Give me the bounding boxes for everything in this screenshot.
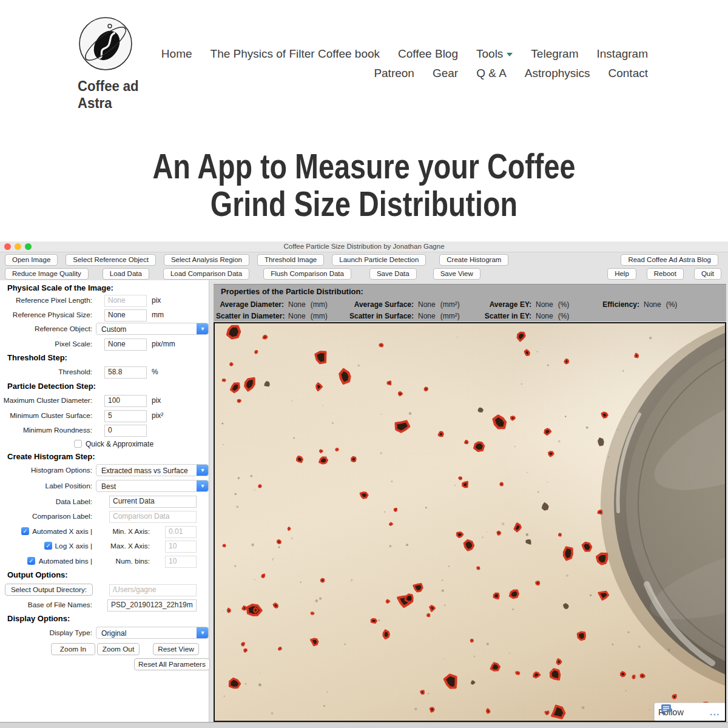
launch-particle-detection-button[interactable]: Launch Particle Detection [332,254,426,266]
flush-comparison-data-button[interactable]: Flush Comparison Data [263,268,351,280]
min-cluster-surface-unit: pix² [152,410,163,422]
nav-tools[interactable]: Tools [476,47,513,61]
base-file-names-label: Base of File Names: [0,599,92,611]
comparison-label-label: Comparison Label: [0,510,92,522]
label-position-label: Label Position: [0,480,92,492]
nav-gear[interactable]: Gear [433,67,458,80]
window-title: Coffee Particle Size Distribution by Jon… [0,241,728,252]
load-data-button[interactable]: Load Data [103,268,149,280]
reference-pixel-length-input[interactable]: None [104,295,147,307]
display-type-select[interactable]: Original ▾ [96,627,209,639]
read-blog-button[interactable]: Read Coffee Ad Astra Blog [621,254,718,266]
quick-approximate-checkbox[interactable] [74,440,82,448]
max-cluster-diameter-input[interactable]: 100 [104,395,147,407]
section-particle-detection: Particle Detection Step: [7,380,96,393]
save-view-button[interactable]: Save View [433,268,480,280]
follow-icon [659,703,673,716]
comparison-label-input[interactable]: Comparison Data [109,511,197,523]
nav-instagram[interactable]: Instagram [597,47,648,61]
scatter-ey-stat: Scatter in EY:None(%) [480,312,569,320]
quit-button[interactable]: Quit [694,268,721,280]
label-position-select[interactable]: Best ▾ [96,480,209,492]
section-threshold: Threshold Step: [7,352,67,364]
reboot-button[interactable]: Reboot [647,268,684,280]
nav-home[interactable]: Home [161,47,192,61]
select-analysis-region-button[interactable]: Select Analysis Region [164,254,249,266]
nav-astrophysics[interactable]: Astrophysics [525,67,590,80]
data-label-label: Data Label: [0,496,92,508]
reference-pixel-length-unit: pix [152,294,161,306]
control-panel: Physical Scale of the Image: Reference P… [0,280,209,722]
min-x-axis-input[interactable]: 0.01 [165,526,197,538]
nav-physics-book[interactable]: The Physics of Filter Coffee book [211,47,380,61]
reference-pixel-length-label: Reference Pixel Length: [0,294,92,306]
zoom-out-button[interactable]: Zoom Out [97,643,140,655]
max-cluster-diameter-unit: pix [152,394,161,406]
pixel-scale-unit: pix/mm [152,338,175,350]
pixel-scale-input[interactable]: None [104,339,147,351]
max-x-axis-input[interactable]: 10 [165,541,197,553]
average-surface-stat: Average Surface:None(mm²) [348,300,460,309]
nav-row-1: Home The Physics of Filter Coffee book C… [161,47,648,61]
chevron-down-icon: ▾ [197,464,209,476]
automated-bins-label: Automated bins | [0,555,92,567]
reset-all-parameters-button[interactable]: Reset All Parameters [134,658,210,670]
max-x-axis-label: Max. X Axis: [97,540,150,552]
zoom-in-button[interactable]: Zoom In [51,643,95,655]
site-title[interactable]: Coffee ad Astra [78,78,139,112]
section-display-options: Display Options: [7,613,70,625]
reset-view-button[interactable]: Reset View [153,643,199,655]
properties-title: Properties of the Particle Distribution: [221,287,363,296]
histogram-options-select[interactable]: Extracted mass vs Surface ▾ [96,464,209,476]
page-title-line-1: An App to Measure your Coffee [66,147,662,185]
average-ey-stat: Average EY:None(%) [480,300,569,309]
output-directory-input[interactable]: /Users/gagne [109,584,197,596]
follow-widget: Follow ... [654,703,726,721]
display-type-label: Display Type: [0,627,92,639]
load-comparison-data-button[interactable]: Load Comparison Data [163,268,249,280]
create-histogram-button[interactable]: Create Histogram [439,254,508,266]
threshold-input[interactable]: 58.8 [104,366,147,379]
min-roundness-label: Minimum Roundness: [0,424,92,436]
select-output-directory-button[interactable]: Select Output Directory: [5,584,93,596]
nav-contact[interactable]: Contact [608,67,648,80]
efficiency-stat: Efficiency:None(%) [591,300,677,309]
coffee-ad-astra-logo-icon[interactable] [78,16,133,72]
properties-panel: Properties of the Particle Distribution:… [214,284,726,322]
histogram-options-label: Histogram Options: [0,464,92,476]
reduce-image-quality-button[interactable]: Reduce Image Quality [5,268,89,280]
data-label-input[interactable]: Current Data [109,496,197,508]
toolbar: Open Image Select Reference Object Selec… [0,252,728,280]
num-bins-input[interactable]: 10 [165,556,197,568]
help-button[interactable]: Help [607,268,636,280]
automated-x-axis-label: Automated X axis | [0,525,92,538]
min-roundness-input[interactable]: 0 [104,425,147,437]
nav-coffee-blog[interactable]: Coffee Blog [398,47,458,61]
open-image-button[interactable]: Open Image [5,254,58,266]
nav-row-2: Patreon Gear Q & A Astrophysics Contact [374,67,648,80]
pixel-scale-label: Pixel Scale: [0,338,92,350]
reference-physical-size-input[interactable]: None [104,309,147,322]
nav-telegram[interactable]: Telegram [531,47,578,61]
scatter-surface-stat: Scatter in Surface:None(mm²) [348,312,460,320]
min-cluster-surface-input[interactable]: 5 [104,410,147,422]
nav-qa[interactable]: Q & A [476,67,507,80]
select-reference-object-button[interactable]: Select Reference Object [66,254,156,266]
app-body: Physical Scale of the Image: Reference P… [0,280,728,722]
reference-physical-size-label: Reference Physical Size: [0,309,92,321]
save-data-button[interactable]: Save Data [369,268,417,280]
num-bins-label: Num. bins: [97,555,150,567]
follow-more-button[interactable]: ... [710,709,720,715]
reference-object-label: Reference Object: [0,323,92,335]
section-output-options: Output Options: [7,569,68,581]
threshold-image-button[interactable]: Threshold Image [257,254,324,266]
app-window: Coffee Particle Size Distribution by Jon… [0,241,728,728]
nav-patreon[interactable]: Patreon [374,67,414,80]
base-file-names-input[interactable]: PSD_20190123_22h19m [107,599,197,612]
reference-object-select[interactable]: Custom ▾ [96,323,209,335]
page-title-line-2: Grind Size Distribution [66,185,662,223]
log-x-axis-label: Log X axis | [0,540,92,552]
image-viewport[interactable]: Follow ... [214,322,726,722]
tools-dropdown-caret-icon [507,53,513,56]
section-physical-scale: Physical Scale of the Image: [7,282,113,294]
